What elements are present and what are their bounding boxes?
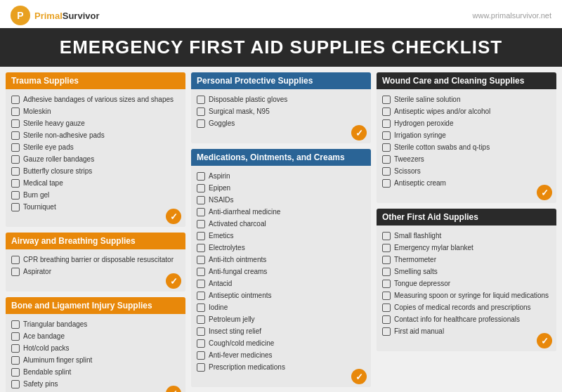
list-item: CPR breathing barrier or disposable resu… xyxy=(11,254,180,266)
page-title: Emergency First Aid Supplies Checklist xyxy=(0,28,562,67)
list-item: Sterile eye pads xyxy=(11,141,180,153)
list-item: Safety pins xyxy=(11,378,180,390)
column-right: Wound Care and Cleaning Supplies Sterile… xyxy=(377,72,556,392)
list-item: Antiseptic ointments xyxy=(197,289,365,301)
list-item: NSAIDs xyxy=(197,194,365,206)
checkmark-icon: ✓ xyxy=(166,209,181,224)
medications-section: Medications, Ointments, and Creams Aspir… xyxy=(191,149,371,387)
list-item: Sterile heavy gauze xyxy=(11,117,180,129)
list-item: Disposable plastic gloves xyxy=(197,93,365,105)
list-item: Hot/cold packs xyxy=(11,342,180,354)
wound-header: Wound Care and Cleaning Supplies xyxy=(377,72,556,89)
list-item: Adhesive bandages of various sizes and s… xyxy=(11,93,180,105)
logo-icon: P xyxy=(11,6,30,25)
trauma-section: Trauma Supplies Adhesive bandages of var… xyxy=(6,72,185,227)
list-item: Antiseptic wipes and/or alcohol xyxy=(382,105,551,117)
list-item: Scissors xyxy=(382,165,551,177)
list-item: Insect sting relief xyxy=(197,325,365,337)
list-item: Hydrogen peroxide xyxy=(382,117,551,129)
ppe-section: Personal Protective Supplies Disposable … xyxy=(191,72,371,143)
list-item: Copies of medical records and prescripti… xyxy=(382,301,551,313)
list-item: Aluminum finger splint xyxy=(11,354,180,366)
checkmark-icon: ✓ xyxy=(537,185,552,200)
airway-header: Airway and Breathing Supplies xyxy=(6,233,185,249)
list-item: Small flashlight xyxy=(382,230,551,242)
checkmark-icon: ✓ xyxy=(537,333,552,348)
bone-body: Triangular bandages Ace bandage Hot/cold… xyxy=(6,314,185,392)
list-item: Bendable splint xyxy=(11,366,180,378)
wound-section: Wound Care and Cleaning Supplies Sterile… xyxy=(377,72,556,203)
list-item: Anti-fungal creams xyxy=(197,266,365,277)
content-grid: Trauma Supplies Adhesive bandages of var… xyxy=(0,67,562,392)
list-item: Antiseptic cream xyxy=(382,177,551,189)
list-item: Burn gel xyxy=(11,189,180,201)
medications-body: Aspirin Epipen NSAIDs Anti-diarrheal med… xyxy=(191,166,371,387)
list-item: Gauze roller bandages xyxy=(11,153,180,165)
list-item: Anti-fever medicines xyxy=(197,349,365,361)
logo: P PrimalSurvivor xyxy=(11,6,100,25)
list-item: Anti-itch ointments xyxy=(197,254,365,266)
list-item: Irrigation syringe xyxy=(382,129,551,141)
trauma-body: Adhesive bandages of various sizes and s… xyxy=(6,89,185,227)
list-item: Iodine xyxy=(197,301,365,313)
wound-list: Sterile saline solution Antiseptic wipes… xyxy=(382,93,551,189)
trauma-header: Trauma Supplies xyxy=(6,72,185,89)
list-item: Epipen xyxy=(197,182,365,194)
column-mid: Personal Protective Supplies Disposable … xyxy=(191,72,371,392)
checkmark-icon: ✓ xyxy=(351,369,367,384)
list-item: Aspirin xyxy=(197,170,365,182)
list-item: Moleskin xyxy=(11,105,180,117)
list-item: Medical tape xyxy=(11,177,180,189)
logo-text: PrimalSurvivor xyxy=(34,11,100,21)
wound-body: Sterile saline solution Antiseptic wipes… xyxy=(377,89,556,203)
list-item: Anti-diarrheal medicine xyxy=(197,206,365,218)
airway-body: CPR breathing barrier or disposable resu… xyxy=(6,249,185,292)
bone-list: Triangular bandages Ace bandage Hot/cold… xyxy=(11,318,180,390)
other-body: Small flashlight Emergency mylar blanket… xyxy=(377,226,556,351)
list-item: First aid manual xyxy=(382,325,551,337)
bone-header: Bone and Ligament Injury Supplies xyxy=(6,297,185,314)
list-item: Smelling salts xyxy=(382,266,551,277)
list-item: Sterile saline solution xyxy=(382,93,551,105)
list-item: Tongue depressor xyxy=(382,277,551,289)
ppe-header: Personal Protective Supplies xyxy=(191,72,371,89)
list-item: Emetics xyxy=(197,230,365,242)
trauma-list: Adhesive bandages of various sizes and s… xyxy=(11,93,180,213)
list-item: Butterfly closure strips xyxy=(11,165,180,177)
medications-header: Medications, Ointments, and Creams xyxy=(191,149,371,166)
list-item: Electrolytes xyxy=(197,242,365,254)
bone-section: Bone and Ligament Injury Supplies Triang… xyxy=(6,297,185,392)
list-item: Petroleum jelly xyxy=(197,313,365,325)
site-url: www.primalsurvivor.net xyxy=(473,11,551,20)
other-section: Other First Aid Supplies Small flashligh… xyxy=(377,209,556,351)
list-item: Contact info for healthcare professional… xyxy=(382,313,551,325)
list-item: Sterile cotton swabs and q-tips xyxy=(382,141,551,153)
airway-section: Airway and Breathing Supplies CPR breath… xyxy=(6,233,185,292)
ppe-body: Disposable plastic gloves Surgical mask,… xyxy=(191,89,371,143)
list-item: Goggles xyxy=(197,117,365,129)
list-item: Ace bandage xyxy=(11,330,180,342)
list-item: Measuring spoon or syringe for liquid me… xyxy=(382,289,551,301)
other-header: Other First Aid Supplies xyxy=(377,209,556,226)
list-item: Thermometer xyxy=(382,254,551,266)
list-item: Cough/cold medicine xyxy=(197,337,365,349)
other-list: Small flashlight Emergency mylar blanket… xyxy=(382,230,551,337)
list-item: Prescription medications xyxy=(197,361,365,373)
medications-list: Aspirin Epipen NSAIDs Anti-diarrheal med… xyxy=(197,170,365,373)
list-item: Antacid xyxy=(197,277,365,289)
list-item: Tweezers xyxy=(382,153,551,165)
list-item: Aspirator xyxy=(11,266,180,277)
airway-list: CPR breathing barrier or disposable resu… xyxy=(11,254,180,277)
checkmark-icon: ✓ xyxy=(351,125,367,141)
checkmark-icon: ✓ xyxy=(166,273,181,289)
list-item: Triangular bandages xyxy=(11,318,180,330)
list-item: Surgical mask, N95 xyxy=(197,105,365,117)
list-item: Sterile non-adhesive pads xyxy=(11,129,180,141)
ppe-list: Disposable plastic gloves Surgical mask,… xyxy=(197,93,365,129)
list-item: Tourniquet xyxy=(11,201,180,213)
header: P PrimalSurvivor www.primalsurvivor.net xyxy=(0,0,562,28)
column-left: Trauma Supplies Adhesive bandages of var… xyxy=(6,72,185,392)
list-item: Emergency mylar blanket xyxy=(382,242,551,254)
list-item: Activated charcoal xyxy=(197,218,365,230)
